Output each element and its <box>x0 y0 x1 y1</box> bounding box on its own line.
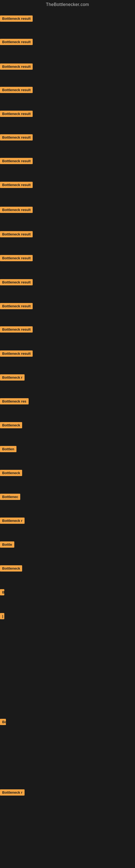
bottleneck-badge[interactable]: Bottleneck <box>0 422 22 428</box>
bottleneck-badge[interactable]: Bottle <box>0 541 14 548</box>
bottleneck-badge[interactable]: Bottleneck result <box>0 16 33 22</box>
bottleneck-item: Bottleneck result <box>0 182 33 189</box>
bottleneck-item: Bottleneck result <box>0 111 33 118</box>
bottleneck-item: Bottleneck result <box>0 350 33 358</box>
bottleneck-badge[interactable]: Bottleneck result <box>0 231 33 237</box>
bottleneck-badge[interactable]: Bottleneck <box>0 565 22 571</box>
bottleneck-item: Bo <box>0 719 6 726</box>
bottleneck-badge[interactable]: Bottleneck r <box>0 374 25 380</box>
bottleneck-badge[interactable]: Bottleneck result <box>0 279 33 285</box>
bottleneck-item: Bottleneck result <box>0 87 33 94</box>
bottleneck-item: | <box>0 613 4 620</box>
bottleneck-item: Bottleneck <box>0 422 22 429</box>
bottleneck-badge[interactable]: Bottleneck result <box>0 303 33 309</box>
bottleneck-item: Bottleneck result <box>0 255 33 262</box>
bottleneck-item: B <box>0 589 4 596</box>
bottleneck-item: Bottle <box>0 541 14 549</box>
bottleneck-item: Bottleneck result <box>0 231 33 239</box>
site-title: TheBottlenecker.com <box>0 0 135 9</box>
bottleneck-badge[interactable]: Bottleneck result <box>0 111 33 117</box>
bottleneck-item: Bottleneck r <box>0 789 25 797</box>
bottleneck-item: Bottlen <box>0 446 16 453</box>
bottleneck-badge[interactable]: B <box>0 589 4 595</box>
bottleneck-badge[interactable]: Bottleneck result <box>0 39 33 45</box>
bottleneck-item: Bottleneck result <box>0 63 33 71</box>
bottleneck-badge[interactable]: Bottleneck result <box>0 207 33 213</box>
bottleneck-badge[interactable]: Bottleneck result <box>0 134 33 141</box>
bottleneck-badge[interactable]: Bottleneck r <box>0 789 25 796</box>
bottleneck-item: Bottleneck result <box>0 326 33 334</box>
bottleneck-badge[interactable]: Bottleneck result <box>0 326 33 333</box>
bottleneck-item: Bottleneck result <box>0 16 33 23</box>
bottleneck-item: Bottleneck result <box>0 158 33 165</box>
bottleneck-badge[interactable]: Bottleneck result <box>0 255 33 261</box>
bottleneck-badge[interactable]: Bottleneck result <box>0 350 33 357</box>
bottleneck-badge[interactable]: | <box>0 613 4 619</box>
bottleneck-badge[interactable]: Bottleneck r <box>0 518 25 524</box>
bottleneck-badge[interactable]: Bottlen <box>0 446 16 452</box>
bottleneck-item: Bottleneck result <box>0 303 33 310</box>
bottleneck-badge[interactable]: Bottleneck result <box>0 182 33 188</box>
bottleneck-badge[interactable]: Bottlenec <box>0 494 20 500</box>
bottleneck-badge[interactable]: Bottleneck result <box>0 158 33 164</box>
bottleneck-badge[interactable]: Bottleneck <box>0 470 22 476</box>
bottleneck-item: Bottleneck <box>0 565 22 572</box>
bottleneck-item: Bottlenec <box>0 494 20 501</box>
bottleneck-item: Bottleneck result <box>0 39 33 46</box>
bottleneck-badge[interactable]: Bottleneck res <box>0 398 29 404</box>
bottleneck-item: Bottleneck res <box>0 398 29 405</box>
bottleneck-item: Bottleneck result <box>0 207 33 214</box>
bottleneck-item: Bottleneck result <box>0 134 33 142</box>
bottleneck-item: Bottleneck r <box>0 518 25 525</box>
bottleneck-item: Bottleneck r <box>0 374 25 382</box>
bottleneck-item: Bottleneck result <box>0 279 33 286</box>
bottleneck-badge[interactable]: Bottleneck result <box>0 87 33 93</box>
bottleneck-badge[interactable]: Bo <box>0 719 6 725</box>
bottleneck-badge[interactable]: Bottleneck result <box>0 63 33 70</box>
bottleneck-item: Bottleneck <box>0 470 22 477</box>
site-header: TheBottlenecker.com <box>0 0 135 9</box>
